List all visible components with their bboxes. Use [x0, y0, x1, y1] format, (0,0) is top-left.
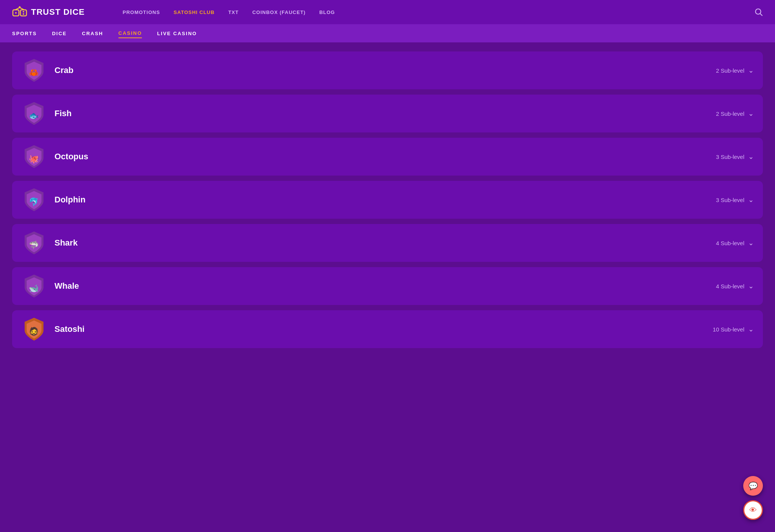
sub-level-count: 2 Sub-level — [716, 67, 744, 74]
svg-point-2 — [15, 12, 17, 14]
chevron-down-icon: ⌄ — [748, 282, 754, 290]
sub-level-info-satoshi: 10 Sub-level⌄ — [713, 325, 754, 333]
level-row-whale[interactable]: 🐋 Whale4 Sub-level⌄ — [12, 267, 763, 305]
level-row-fish[interactable]: 🐟 Fish2 Sub-level⌄ — [12, 95, 763, 132]
chat-fab-button[interactable]: 💬 — [743, 476, 763, 496]
eye-fab-button[interactable]: 👁 — [743, 500, 763, 520]
sub-level-info-shark: 4 Sub-level⌄ — [716, 239, 754, 247]
level-name-satoshi: Satoshi — [54, 324, 713, 334]
main-content: 🦀 Crab2 Sub-level⌄ 🐟 Fish2 Sub-level⌄ 🐙 … — [0, 42, 775, 357]
badge-fish: 🐟 — [21, 101, 47, 126]
chevron-down-icon: ⌄ — [748, 196, 754, 204]
badge-whale: 🐋 — [21, 273, 47, 299]
level-row-octopus[interactable]: 🐙 Octopus3 Sub-level⌄ — [12, 138, 763, 176]
svg-line-9 — [760, 14, 762, 16]
level-row-shark[interactable]: 🦈 Shark4 Sub-level⌄ — [12, 224, 763, 262]
sub-level-info-dolphin: 3 Sub-level⌄ — [716, 196, 754, 204]
chevron-down-icon: ⌄ — [748, 239, 754, 247]
subnav-live-casino[interactable]: LIVE CASINO — [157, 29, 197, 38]
subnav-sports[interactable]: SPORTS — [12, 29, 37, 38]
level-name-shark: Shark — [54, 238, 716, 248]
sub-level-count: 3 Sub-level — [716, 197, 744, 203]
sub-level-count: 3 Sub-level — [716, 154, 744, 160]
sub-level-info-crab: 2 Sub-level⌄ — [716, 66, 754, 75]
chevron-down-icon: ⌄ — [748, 152, 754, 161]
svg-point-4 — [23, 13, 24, 15]
sub-level-info-whale: 4 Sub-level⌄ — [716, 282, 754, 290]
badge-octopus: 🐙 — [21, 144, 47, 170]
svg-text:🐙: 🐙 — [29, 154, 39, 164]
top-nav: TRUST DICE PROMOTIONS SATOSHI CLUB TXT C… — [0, 0, 775, 24]
nav-coinbox[interactable]: COINBOX (FAUCET) — [252, 9, 306, 15]
level-name-fish: Fish — [54, 109, 716, 118]
subnav-crash[interactable]: CRASH — [82, 29, 103, 38]
chevron-down-icon: ⌄ — [748, 325, 754, 333]
svg-point-3 — [23, 11, 24, 12]
level-row-crab[interactable]: 🦀 Crab2 Sub-level⌄ — [12, 51, 763, 89]
svg-rect-1 — [20, 10, 26, 16]
logo[interactable]: TRUST DICE — [12, 5, 85, 20]
sub-level-info-octopus: 3 Sub-level⌄ — [716, 152, 754, 161]
level-name-dolphin: Dolphin — [54, 195, 716, 205]
chat-icon: 💬 — [749, 481, 758, 490]
fab-container: 💬 👁 — [743, 476, 763, 520]
sub-level-count: 2 Sub-level — [716, 110, 744, 117]
level-row-dolphin[interactable]: 🐬 Dolphin3 Sub-level⌄ — [12, 181, 763, 219]
logo-icon — [12, 5, 27, 20]
nav-promotions[interactable]: PROMOTIONS — [123, 9, 160, 15]
sub-level-count: 10 Sub-level — [713, 326, 744, 333]
sub-level-count: 4 Sub-level — [716, 240, 744, 246]
level-name-whale: Whale — [54, 281, 716, 291]
eye-icon: 👁 — [749, 506, 757, 515]
badge-dolphin: 🐬 — [21, 187, 47, 213]
level-name-octopus: Octopus — [54, 152, 716, 162]
search-button[interactable] — [755, 8, 763, 16]
nav-satoshi-club[interactable]: SATOSHI CLUB — [174, 9, 215, 15]
logo-text: TRUST DICE — [31, 7, 85, 17]
svg-text:🐋: 🐋 — [29, 283, 39, 293]
nav-txt[interactable]: TXT — [228, 9, 239, 15]
level-name-crab: Crab — [54, 65, 716, 75]
chevron-down-icon: ⌄ — [748, 66, 754, 75]
sub-level-info-fish: 2 Sub-level⌄ — [716, 109, 754, 118]
badge-satoshi: 🧔 — [21, 316, 47, 342]
subnav-dice[interactable]: DICE — [52, 29, 67, 38]
sub-level-count: 4 Sub-level — [716, 283, 744, 289]
svg-point-7 — [19, 6, 21, 8]
svg-text:🧔: 🧔 — [29, 327, 39, 336]
search-icon — [755, 8, 763, 16]
badge-crab: 🦀 — [21, 58, 47, 83]
chevron-down-icon: ⌄ — [748, 109, 754, 118]
nav-blog[interactable]: BLOG — [319, 9, 335, 15]
main-nav: PROMOTIONS SATOSHI CLUB TXT COINBOX (FAU… — [123, 8, 763, 16]
badge-shark: 🦈 — [21, 230, 47, 256]
level-row-satoshi[interactable]: 🧔 Satoshi10 Sub-level⌄ — [12, 310, 763, 348]
subnav-casino[interactable]: CASINO — [118, 29, 142, 38]
svg-text:🦀: 🦀 — [29, 68, 39, 78]
svg-text:🐟: 🐟 — [29, 111, 39, 121]
svg-text:🐬: 🐬 — [29, 197, 39, 207]
svg-text:🦈: 🦈 — [29, 240, 39, 250]
sub-nav: SPORTS DICE CRASH CASINO LIVE CASINO — [0, 24, 775, 42]
